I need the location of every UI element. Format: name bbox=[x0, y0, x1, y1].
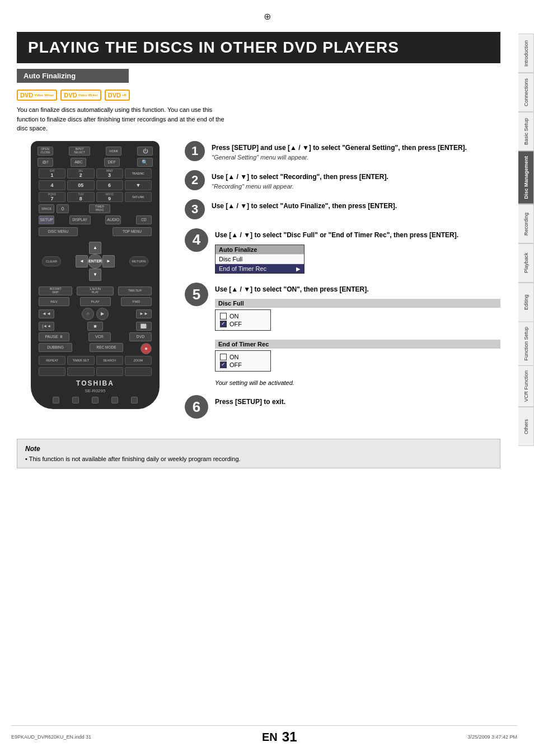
fn-btn-2[interactable] bbox=[67, 367, 94, 376]
fn-btn-4[interactable] bbox=[125, 367, 152, 376]
num-3-button[interactable]: MNO3 bbox=[96, 168, 123, 179]
time-slip-button[interactable]: TIME SLIP bbox=[118, 287, 152, 295]
dvd-logo-2-sub: Video Writer bbox=[78, 93, 98, 97]
disc-full-label: Disc Full bbox=[219, 256, 242, 262]
disc-full-off-option[interactable]: OFF bbox=[220, 320, 266, 328]
fn-btn-3[interactable] bbox=[96, 367, 123, 376]
remote-top-row: OPEN/CLOSE INPUTSELECT HDMI ⏻ bbox=[35, 147, 155, 156]
stop-circle-button[interactable]: ○ bbox=[82, 308, 94, 320]
return-button[interactable]: RETURN bbox=[129, 256, 148, 266]
end-timer-off-checkbox[interactable] bbox=[220, 361, 227, 368]
sidebar-tab-disc-management[interactable]: Disc Management bbox=[518, 151, 534, 204]
rec-mode-button[interactable]: REC MODE bbox=[90, 343, 123, 352]
zoom-button[interactable]: ZOOM bbox=[125, 356, 152, 365]
dubbing-button[interactable]: DUBBING bbox=[39, 343, 72, 352]
num-0-button[interactable]: 0 bbox=[57, 204, 69, 213]
dvd-logo-2: DVD Video Writer bbox=[60, 90, 101, 101]
stop-sq-button[interactable]: ■ bbox=[87, 322, 103, 331]
sidebar-tab-recording[interactable]: Recording bbox=[518, 204, 534, 243]
audio-button[interactable]: AUDIO bbox=[105, 215, 121, 224]
skip-next-button[interactable]: ██| bbox=[136, 322, 152, 331]
remote-menu-btns: DISC MENU TOP MENU bbox=[35, 227, 155, 236]
dvd-button[interactable]: DVD bbox=[129, 332, 152, 341]
sidebar-tab-vcr-function[interactable]: VCR Function bbox=[518, 365, 534, 407]
page-title: PLAYING THE DISCS IN OTHER DVD PLAYERS bbox=[28, 39, 489, 57]
step-2-number: 2 bbox=[185, 170, 205, 190]
step-4-number: 4 bbox=[185, 228, 208, 252]
search-btn[interactable]: SEARCH bbox=[96, 356, 123, 365]
disc-full-on-checkbox[interactable] bbox=[220, 313, 227, 320]
disc-menu-button[interactable]: DISC MENU bbox=[39, 227, 78, 236]
dpad-up-button[interactable]: ▲ bbox=[89, 242, 101, 254]
sidebar-tab-basic-setup[interactable]: Basic Setup bbox=[518, 112, 534, 151]
timer-prog-button[interactable]: TIMERPROG bbox=[89, 204, 110, 213]
enter-button[interactable]: ENTER bbox=[88, 254, 102, 269]
num-6-button[interactable]: 6 bbox=[96, 180, 123, 190]
end-timer-off-option[interactable]: OFF bbox=[220, 361, 266, 369]
open-close-button[interactable]: OPEN/CLOSE bbox=[38, 147, 53, 156]
trad-button[interactable]: TRAD/NC bbox=[125, 168, 152, 179]
sidebar-tab-editing[interactable]: Editing bbox=[518, 283, 534, 322]
prev-skip-button[interactable]: ◄◄ bbox=[39, 309, 54, 318]
space-button[interactable]: SPACE bbox=[39, 204, 54, 213]
wxyz-button[interactable]: WXYZ9 bbox=[96, 192, 123, 202]
top-menu-button[interactable]: TOP MENU bbox=[113, 227, 152, 236]
def-button[interactable]: DEF bbox=[104, 158, 120, 167]
13x-play-button[interactable]: 1.3x/0.8xPLAY bbox=[77, 287, 114, 295]
down-btn[interactable]: ▼ bbox=[125, 180, 152, 190]
sat-link-button[interactable]: SAT.LINK bbox=[125, 192, 152, 202]
disc-full-on-option[interactable]: ON bbox=[220, 312, 266, 320]
pqrs-button[interactable]: PQRS7 bbox=[39, 192, 65, 202]
at-button[interactable]: @/! bbox=[38, 158, 53, 167]
sidebar-tab-others[interactable]: Others bbox=[518, 407, 534, 446]
menu-end-timer[interactable]: End of Timer Rec ▶ bbox=[216, 264, 304, 273]
sidebar-tab-connections[interactable]: Connections bbox=[518, 73, 534, 112]
timer-set-button[interactable]: TIMER SET bbox=[67, 356, 94, 365]
rec-button[interactable]: ● bbox=[140, 343, 152, 354]
step-2-instruction: Use [▲ / ▼] to select "Recording", then … bbox=[212, 172, 500, 182]
input-select-button[interactable]: INPUTSELECT bbox=[69, 147, 90, 156]
sidebar-tab-playback[interactable]: Playback bbox=[518, 243, 534, 283]
fwd-button[interactable]: FWD bbox=[121, 297, 152, 306]
num-4-button[interactable]: 4 bbox=[39, 180, 65, 190]
search-button[interactable]: 🔍 bbox=[137, 158, 153, 167]
end-timer-on-option[interactable]: ON bbox=[220, 353, 266, 361]
note-item-1: • This function is not available after f… bbox=[25, 456, 492, 462]
step-5-content: Use [▲ / ▼] to select "ON", then press [… bbox=[215, 283, 500, 386]
main-content: PLAYING THE DISCS IN OTHER DVD PLAYERS A… bbox=[11, 26, 506, 474]
setup-button[interactable]: SETUP bbox=[39, 215, 54, 224]
cd-button[interactable]: CD bbox=[136, 215, 152, 224]
dot-4 bbox=[111, 397, 118, 403]
fn-btn-1[interactable] bbox=[39, 367, 65, 376]
skip-prev-button[interactable]: |◄◄ bbox=[39, 322, 54, 331]
dvd-logo-3-sub: +R bbox=[122, 93, 127, 97]
clear-button[interactable]: CLEAR bbox=[42, 256, 61, 266]
dpad-down-button[interactable]: ▼ bbox=[89, 269, 101, 281]
end-timer-on-checkbox[interactable] bbox=[220, 354, 227, 360]
pause-button[interactable]: PAUSE ⏸ bbox=[39, 332, 69, 341]
note-box: Note • This function is not available af… bbox=[17, 439, 500, 468]
num-1-button[interactable]: GHI1 bbox=[39, 168, 65, 179]
instant-skip-button[interactable]: INSTANTSKIP bbox=[39, 287, 72, 295]
intro-text: You can finalize discs automatically usi… bbox=[17, 105, 229, 133]
dpad-left-button[interactable]: ◄ bbox=[76, 255, 88, 267]
power-button[interactable]: ⏻ bbox=[137, 147, 153, 156]
num-5-button[interactable]: 05 bbox=[67, 180, 94, 190]
menu-disc-full[interactable]: Disc Full bbox=[216, 255, 304, 264]
dpad-right-button[interactable]: ► bbox=[102, 255, 115, 267]
hdmi-button[interactable]: HDMI bbox=[106, 147, 121, 156]
next-skip-button[interactable]: ►► bbox=[136, 309, 152, 318]
rev-button[interactable]: REV bbox=[39, 297, 69, 306]
vcr-button[interactable]: VCR bbox=[88, 332, 111, 341]
disc-full-off-checkbox[interactable] bbox=[220, 321, 227, 327]
num-2-button[interactable]: JKL2 bbox=[67, 168, 94, 179]
display-button[interactable]: DISPLAY bbox=[69, 215, 91, 224]
dot-3 bbox=[92, 397, 99, 403]
play-button[interactable]: PLAY bbox=[80, 297, 111, 306]
play-tri-button[interactable]: ▶ bbox=[96, 308, 109, 320]
abc-button[interactable]: ABC bbox=[71, 158, 86, 167]
sidebar-tab-function-setup[interactable]: Function Setup bbox=[518, 322, 534, 366]
tuv-button[interactable]: TUV8 bbox=[67, 192, 94, 202]
sidebar-tab-introduction[interactable]: Introduction bbox=[518, 34, 534, 73]
repeat-button[interactable]: REPEAT bbox=[39, 356, 65, 365]
